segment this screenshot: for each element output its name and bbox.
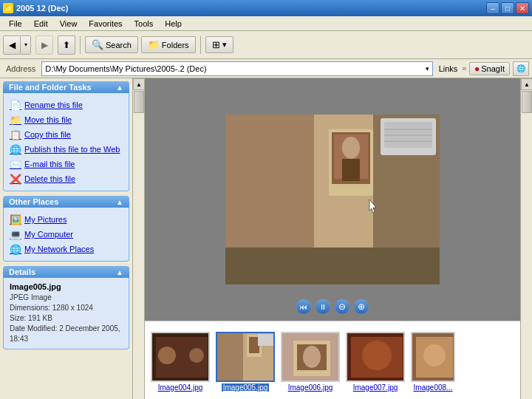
views-dropdown-icon: ▾	[222, 40, 227, 50]
preview-image	[225, 115, 440, 284]
back-button[interactable]: ◀	[3, 35, 21, 55]
menu-file[interactable]: File	[3, 18, 28, 29]
thumb-item-008[interactable]: Image008...	[411, 332, 455, 392]
search-icon: 🔍	[92, 39, 103, 50]
address-dropdown-icon[interactable]: ▾	[426, 65, 429, 72]
vscroll-thumb[interactable]	[134, 91, 144, 113]
links-chevron[interactable]: »	[462, 64, 466, 72]
thumb-img-004	[151, 332, 210, 382]
search-button[interactable]: 🔍 Search	[85, 36, 138, 53]
details-modified: Date Modified: 2 December 2005, 18:43	[10, 324, 123, 344]
svg-point-17	[158, 347, 176, 364]
folders-button[interactable]: 📁 Folders	[141, 36, 196, 53]
task-email-label: E-mail this file	[24, 160, 75, 168]
tasks-header-label: File and Folder Tasks	[9, 83, 92, 92]
content-area: ⏮ ⏸ ⊖ ⊕ Image004.jpg	[145, 78, 520, 399]
thumbnail-strip: Image004.jpg Image005.jpg	[145, 321, 520, 399]
snagit-button[interactable]: ● SnagIt	[469, 62, 510, 75]
svg-point-6	[342, 137, 360, 159]
snagit-icon: ●	[474, 64, 480, 74]
up-button[interactable]: ⬆	[58, 35, 75, 55]
vscroll-up[interactable]: ▲	[133, 78, 145, 90]
thumb-item-004[interactable]: Image004.jpg	[151, 332, 210, 392]
mynetwork-label: My Network Places	[24, 245, 94, 253]
details-header[interactable]: Details ▲	[3, 266, 129, 278]
other-places-header[interactable]: Other Places ▲	[3, 196, 129, 208]
address-input[interactable]: D:\My Documents\My Pictures\2005-.2 (Dec…	[41, 61, 432, 76]
task-move[interactable]: Move this file	[7, 112, 126, 127]
delete-icon	[10, 173, 21, 185]
views-button[interactable]: ⊞ ▾	[205, 36, 233, 53]
thumb-img-005	[216, 332, 275, 382]
search-label: Search	[106, 41, 132, 50]
rename-icon	[10, 99, 21, 111]
svg-rect-20	[217, 333, 243, 381]
email-icon	[10, 158, 21, 170]
thumb-svg-005	[217, 333, 273, 381]
svg-rect-13	[225, 248, 440, 284]
other-places-section: Other Places ▲ My Pictures My Computer M…	[3, 196, 129, 262]
task-delete[interactable]: Delete this file	[7, 171, 126, 186]
other-places-header-label: Other Places	[9, 197, 58, 206]
prev-ctrl-pause[interactable]: ⏸	[315, 299, 331, 315]
titlebar-buttons: – □ ✕	[486, 2, 529, 14]
thumb-item-005[interactable]: Image005.jpg	[216, 332, 275, 392]
prev-ctrl-zoomin[interactable]: ⊕	[353, 299, 369, 315]
details-type: JPEG Image	[10, 293, 123, 303]
forward-button[interactable]: ▶	[35, 35, 53, 55]
menu-tools[interactable]: Tools	[129, 18, 160, 29]
maximize-button[interactable]: □	[501, 2, 514, 14]
titlebar-left: 📁 2005 12 (Dec)	[3, 3, 68, 13]
addressbar: Address D:\My Documents\My Pictures\2005…	[0, 59, 532, 78]
thumb-item-006[interactable]: Image006.jpg	[281, 332, 340, 392]
menu-edit[interactable]: Edit	[28, 18, 54, 29]
other-mynetwork[interactable]: My Network Places	[7, 242, 126, 256]
preview-controls: ⏮ ⏸ ⊖ ⊕	[296, 299, 369, 315]
task-move-label: Move this file	[24, 115, 72, 124]
task-delete-label: Delete this file	[24, 174, 75, 183]
thumb-label-008: Image008...	[414, 383, 453, 392]
task-email[interactable]: E-mail this file	[7, 157, 126, 171]
close-button[interactable]: ✕	[516, 2, 529, 14]
mypictures-label: My Pictures	[24, 215, 66, 224]
svg-point-33	[423, 344, 446, 366]
snagit-label: SnagIt	[481, 64, 505, 73]
thumb-svg-008	[412, 333, 455, 382]
right-vscroll-up[interactable]: ▲	[521, 78, 532, 90]
details-size: Size: 191 KB	[10, 313, 123, 324]
mynetwork-icon	[10, 243, 21, 255]
titlebar-icon: 📁	[3, 3, 13, 13]
menu-view[interactable]: View	[54, 18, 83, 29]
toolbar-sep-2	[200, 36, 201, 54]
move-icon	[10, 114, 21, 126]
task-copy[interactable]: Copy this file	[7, 127, 126, 142]
copy-icon	[10, 129, 21, 140]
links-button[interactable]: Links	[436, 64, 461, 74]
folders-icon: 📁	[148, 39, 160, 50]
mypictures-icon	[10, 214, 21, 225]
task-rename[interactable]: Rename this file	[7, 98, 126, 112]
tasks-header[interactable]: File and Folder Tasks ▲	[3, 81, 129, 93]
back-dropdown[interactable]: ▾	[21, 35, 31, 55]
other-places-body: My Pictures My Computer My Network Place…	[3, 208, 129, 262]
other-mypictures[interactable]: My Pictures	[7, 212, 126, 227]
preview-area: ⏮ ⏸ ⊖ ⊕	[145, 78, 520, 321]
other-mycomputer[interactable]: My Computer	[7, 227, 126, 242]
menu-favorites[interactable]: Favorites	[83, 18, 128, 29]
details-collapse-icon: ▲	[116, 268, 123, 276]
vscroll-track	[133, 90, 144, 399]
prev-ctrl-prev[interactable]: ⏮	[296, 299, 312, 315]
details-body: Image005.jpg JPEG Image Dimensions: 1280…	[3, 278, 129, 349]
task-publish[interactable]: Publish this file to the Web	[7, 142, 126, 157]
right-vscroll-thumb[interactable]	[522, 91, 532, 113]
thumb-label-005: Image005.jpg	[222, 383, 270, 392]
thumb-item-007[interactable]: Image007.jpg	[346, 332, 405, 392]
ie-icon[interactable]: 🌐	[513, 61, 529, 76]
minimize-button[interactable]: –	[486, 2, 499, 14]
prev-ctrl-zoomout[interactable]: ⊖	[334, 299, 350, 315]
mycomputer-icon	[10, 228, 21, 240]
address-value: D:\My Documents\My Pictures\2005-.2 (Dec…	[45, 64, 425, 73]
menu-help[interactable]: Help	[159, 18, 188, 29]
svg-rect-7	[342, 159, 360, 181]
thumb-svg-006	[282, 333, 340, 382]
